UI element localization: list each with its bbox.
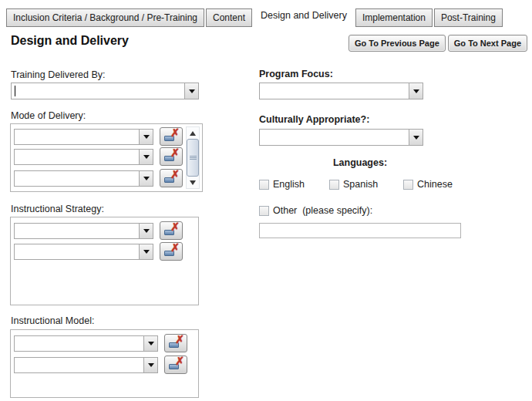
checkbox-chinese[interactable]: Chinese [403, 179, 453, 190]
go-to-previous-page-button[interactable]: Go To Previous Page [348, 35, 446, 52]
chevron-down-icon [413, 89, 419, 93]
training-delivered-by-dropdown-button[interactable] [184, 83, 198, 99]
dropdown-button[interactable] [139, 130, 153, 144]
chevron-down-icon [189, 89, 195, 93]
checkbox-english[interactable]: English [259, 179, 305, 190]
chevron-down-icon [148, 342, 154, 345]
tab-design-and-delivery[interactable]: Design and Delivery [254, 6, 354, 25]
delete-row-button[interactable]: ✗ [160, 147, 183, 166]
dropdown-button[interactable] [139, 244, 153, 259]
instructional-strategy-combobox-1[interactable] [14, 223, 153, 239]
instructional-strategy-row: ✗ [14, 242, 183, 261]
training-delivered-by-combobox[interactable] [11, 83, 199, 99]
checkbox-box[interactable] [329, 180, 339, 190]
instructional-strategy-combobox-2[interactable] [14, 244, 153, 260]
mode-of-delivery-row: ✗ [14, 147, 183, 166]
checkbox-other[interactable]: Other (please specify): [259, 205, 372, 216]
delete-record-icon: ✗ [164, 246, 178, 257]
delete-record-icon: ✗ [164, 151, 178, 162]
scroll-thumb-grip [190, 156, 197, 160]
checkbox-spanish[interactable]: Spanish [329, 179, 378, 190]
tab-bar: Inclusion Criteria / Background / Pre-Tr… [6, 6, 503, 27]
text-cursor-caret [15, 86, 15, 96]
mode-of-delivery-scrollbar[interactable] [186, 126, 200, 189]
mode-of-delivery-combobox-3[interactable] [14, 170, 153, 187]
checkbox-box[interactable] [403, 180, 413, 190]
delete-record-icon: ✗ [164, 131, 178, 142]
dropdown-button[interactable] [143, 358, 157, 372]
go-to-next-page-button[interactable]: Go To Next Page [448, 35, 527, 52]
training-delivered-by-label: Training Delivered By: [11, 69, 106, 80]
dropdown-button[interactable] [139, 150, 153, 164]
tab-content[interactable]: Content [206, 8, 252, 27]
mode-of-delivery-combobox-1[interactable] [14, 129, 153, 145]
culturally-appropriate-combobox[interactable] [259, 129, 423, 146]
delete-row-button[interactable]: ✗ [160, 127, 183, 146]
chevron-down-icon [143, 177, 150, 180]
languages-heading: Languages: [259, 157, 461, 168]
dropdown-button[interactable] [139, 224, 153, 238]
tab-inclusion-criteria-background-pre-training[interactable]: Inclusion Criteria / Background / Pre-Tr… [6, 8, 204, 27]
culturally-appropriate-dropdown-button[interactable] [409, 130, 423, 145]
checkbox-label: English [273, 179, 305, 190]
instructional-strategy-label: Instructional Strategy: [11, 204, 104, 214]
other-language-specify-input[interactable] [259, 223, 461, 238]
mode-of-delivery-row: ✗ [14, 127, 183, 146]
delete-row-button[interactable]: ✗ [160, 242, 183, 261]
delete-row-button[interactable]: ✗ [160, 169, 183, 187]
chevron-down-icon [143, 250, 150, 254]
tab-post-training[interactable]: Post-Training [434, 8, 503, 27]
mode-of-delivery-listbox: ✗ ✗ ✗ [10, 123, 203, 192]
scroll-up-button[interactable] [187, 128, 199, 138]
delete-record-icon: ✗ [169, 338, 183, 349]
instructional-model-label: Instructional Model: [11, 315, 94, 326]
program-focus-dropdown-button[interactable] [409, 83, 423, 99]
scroll-thumb[interactable] [187, 139, 199, 177]
page-title: Design and Delivery [11, 34, 129, 48]
dropdown-button[interactable] [143, 336, 157, 351]
delete-record-icon: ✗ [169, 359, 183, 370]
checkbox-box[interactable] [259, 180, 269, 190]
instructional-model-row: ✗ [14, 356, 187, 374]
checkbox-label: Other (please specify): [273, 205, 372, 216]
dropdown-button[interactable] [139, 171, 153, 186]
instructional-model-combobox-2[interactable] [14, 357, 158, 373]
chevron-down-icon [143, 135, 150, 139]
chevron-down-icon [413, 136, 419, 140]
delete-row-button[interactable]: ✗ [164, 334, 187, 352]
instructional-strategy-listbox: ✗ ✗ [10, 217, 199, 305]
chevron-down-icon [143, 229, 150, 233]
instructional-strategy-row: ✗ [14, 221, 183, 240]
delete-record-icon: ✗ [164, 225, 178, 236]
checkbox-box[interactable] [259, 206, 269, 216]
delete-row-button[interactable]: ✗ [164, 356, 187, 374]
chevron-down-icon [143, 155, 150, 159]
instructional-model-row: ✗ [14, 334, 187, 352]
delete-record-icon: ✗ [164, 173, 178, 184]
delete-row-button[interactable]: ✗ [160, 221, 183, 240]
culturally-appropriate-label: Culturally Appropriate?: [259, 114, 369, 125]
scroll-down-arrow-icon [190, 180, 196, 185]
mode-of-delivery-row: ✗ [14, 169, 183, 187]
program-focus-combobox[interactable] [259, 83, 423, 99]
mode-of-delivery-combobox-2[interactable] [14, 149, 153, 165]
instructional-model-listbox: ✗ ✗ [10, 329, 199, 398]
page-nav-buttons: Go To Previous Page Go To Next Page [348, 35, 527, 52]
tab-implementation[interactable]: Implementation [355, 8, 433, 27]
checkbox-label: Chinese [417, 179, 453, 190]
chevron-down-icon [148, 363, 154, 367]
program-focus-label: Program Focus: [259, 69, 333, 79]
scroll-up-arrow-icon [190, 131, 196, 136]
instructional-model-combobox-1[interactable] [14, 335, 158, 352]
scroll-down-button[interactable] [187, 177, 199, 187]
checkbox-label: Spanish [343, 179, 378, 190]
design-and-delivery-form: Inclusion Criteria / Background / Pre-Tr… [0, 0, 532, 401]
mode-of-delivery-label: Mode of Delivery: [11, 110, 86, 121]
